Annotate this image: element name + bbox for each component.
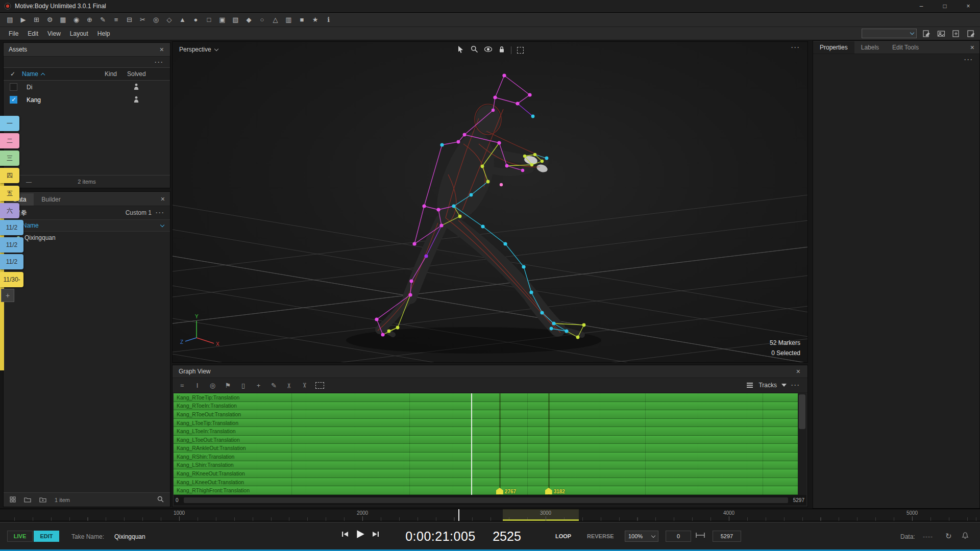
asset-row[interactable]: Di xyxy=(4,81,170,93)
toolbar-icon-15[interactable]: ● xyxy=(190,14,202,25)
track-row[interactable]: Kang_LToeIn:Translation xyxy=(174,427,798,436)
sticky-note[interactable]: 三 xyxy=(0,151,19,166)
eye-icon[interactable] xyxy=(484,46,493,54)
graph-horizontal-scrollbar[interactable]: 0 5297 xyxy=(174,495,806,506)
overflow-icon[interactable]: ··· xyxy=(964,56,973,63)
toolbar-icon-3[interactable]: ⊞ xyxy=(31,14,42,25)
graph-vertical-scrollbar[interactable] xyxy=(798,393,806,495)
close-icon[interactable]: × xyxy=(159,45,165,54)
scrollbar-thumb[interactable] xyxy=(184,497,788,503)
refresh-icon[interactable]: ↻ xyxy=(945,532,952,541)
overflow-icon[interactable]: ··· xyxy=(155,59,164,66)
lock-icon[interactable] xyxy=(498,45,505,55)
track-row[interactable]: Kang_RToeTip:Translation xyxy=(174,393,798,402)
sticky-note[interactable]: 11/2 xyxy=(0,237,23,253)
cut-before-icon[interactable]: ✂ xyxy=(285,381,293,390)
toolbar-icon-9[interactable]: ≡ xyxy=(110,14,122,25)
marquee-select-icon[interactable] xyxy=(517,47,524,54)
toolbar-icon-4[interactable]: ⚙ xyxy=(44,14,56,25)
toolbar-icon-17[interactable]: ▣ xyxy=(216,14,228,25)
layout-combo[interactable] xyxy=(862,29,917,38)
track-row[interactable]: Kang_LShin:Translation xyxy=(174,461,798,470)
toolbar-icon-16[interactable]: □ xyxy=(203,14,215,25)
toolbar-icon-24[interactable]: ★ xyxy=(309,14,321,25)
menu-view[interactable]: View xyxy=(43,28,65,39)
chevron-down-icon[interactable] xyxy=(160,222,164,227)
maximize-icon[interactable]: □ xyxy=(933,0,957,12)
play-icon[interactable] xyxy=(355,529,365,541)
camera-view-icon[interactable] xyxy=(936,29,946,38)
sticky-note[interactable]: 11/30- xyxy=(0,272,23,287)
overflow-icon[interactable]: ··· xyxy=(156,209,165,216)
asset-checkbox[interactable] xyxy=(10,96,17,104)
list-view-icon[interactable] xyxy=(10,496,16,504)
column-name[interactable]: Name xyxy=(22,222,39,229)
fit-curves-icon[interactable]: ≈ xyxy=(178,382,186,389)
toolbar-icon-11[interactable]: ✂ xyxy=(137,14,149,25)
track-row[interactable]: Kang_RKneeOut:Translation xyxy=(174,469,798,478)
edit-layout-icon[interactable] xyxy=(966,29,976,38)
track-row[interactable]: Kang_RToeIn:Translation xyxy=(174,402,798,411)
toolbar-icon-5[interactable]: ▦ xyxy=(57,14,69,25)
delete-keys-icon[interactable]: ▯ xyxy=(239,382,248,389)
scrollbar-thumb[interactable] xyxy=(799,394,805,429)
sticky-note[interactable]: 二 xyxy=(0,133,19,148)
bookmark-icon[interactable]: ⚑ xyxy=(224,382,232,389)
menu-help[interactable]: Help xyxy=(93,28,115,39)
overflow-icon[interactable]: ··· xyxy=(791,44,800,51)
collapse-dash[interactable]: — xyxy=(26,179,32,185)
ibeam-icon[interactable]: I xyxy=(193,382,202,389)
toolbar-icon-21[interactable]: △ xyxy=(270,14,281,25)
asset-checkbox[interactable] xyxy=(10,83,17,91)
tab-edit-tools[interactable]: Edit Tools xyxy=(886,41,925,54)
tracks-dropdown[interactable]: Tracks ··· xyxy=(746,382,800,389)
pencil-icon[interactable]: ✎ xyxy=(270,382,278,389)
toolbar-icon-1[interactable]: ▤ xyxy=(4,14,16,25)
cut-after-icon[interactable]: ✂ xyxy=(301,381,308,390)
overflow-icon[interactable]: ··· xyxy=(791,382,800,389)
loop-toggle[interactable]: LOOP xyxy=(555,533,571,539)
close-icon[interactable]: × xyxy=(795,367,801,375)
folder-icon[interactable] xyxy=(24,496,31,504)
view-type-dropdown[interactable]: Perspective xyxy=(179,46,218,53)
track-row[interactable]: Kang_RToeOut:Translation xyxy=(174,410,798,419)
toolbar-icon-2[interactable]: ▶ xyxy=(17,14,29,25)
edit-take-icon[interactable] xyxy=(921,29,932,38)
track-row[interactable]: Kang_LToeTip:Translation xyxy=(174,419,798,428)
toolbar-icon-6[interactable]: ◉ xyxy=(70,14,82,25)
toolbar-icon-18[interactable]: ▧ xyxy=(230,14,241,25)
take-row[interactable]: Qixingquan xyxy=(4,232,170,244)
track-row[interactable]: Kang_RAnkleOut:Translation xyxy=(174,444,798,453)
range-end-input[interactable]: 5297 xyxy=(713,531,741,542)
menu-layout[interactable]: Layout xyxy=(65,28,93,39)
column-name[interactable]: Name xyxy=(22,70,105,78)
toolbar-icon-8[interactable]: ✎ xyxy=(97,14,109,25)
toolbar-icon-19[interactable]: ◆ xyxy=(243,14,255,25)
toolbar-icon-20[interactable]: ○ xyxy=(256,14,268,25)
check-all-icon[interactable]: ✓ xyxy=(4,70,22,78)
reverse-toggle[interactable]: REVERSE xyxy=(587,533,614,539)
notifications-bell-icon[interactable] xyxy=(962,532,969,541)
tab-builder[interactable]: Builder xyxy=(34,193,68,206)
close-icon[interactable]: × xyxy=(957,0,980,12)
track-row[interactable]: Kang_LToeOut:Translation xyxy=(174,436,798,444)
live-button[interactable]: LIVE xyxy=(7,531,33,542)
minimize-icon[interactable]: – xyxy=(910,0,933,12)
sticky-note[interactable]: 11/2 xyxy=(0,254,23,269)
add-key-icon[interactable]: + xyxy=(254,382,263,389)
edit-button[interactable]: EDIT xyxy=(34,531,59,542)
add-sticky-button[interactable]: + xyxy=(1,289,14,302)
zoom-icon[interactable] xyxy=(471,45,478,55)
range-start-input[interactable]: 0 xyxy=(666,531,691,542)
toolbar-icon-12[interactable]: ◎ xyxy=(150,14,162,25)
cursor-icon[interactable] xyxy=(457,45,465,55)
toolbar-icon-7[interactable]: ⊕ xyxy=(84,14,95,25)
new-layout-icon[interactable] xyxy=(951,29,961,38)
menu-edit[interactable]: Edit xyxy=(23,28,43,39)
zoom-region-icon[interactable]: ◎ xyxy=(208,382,217,389)
tab-properties[interactable]: Properties xyxy=(813,41,854,54)
preset-select[interactable]: Custom 1 xyxy=(126,209,152,216)
track-row[interactable]: Kang_RThighFront:Translation xyxy=(174,486,798,495)
toolbar-icon-25[interactable]: ℹ xyxy=(323,14,334,25)
close-icon[interactable]: × xyxy=(160,195,166,203)
